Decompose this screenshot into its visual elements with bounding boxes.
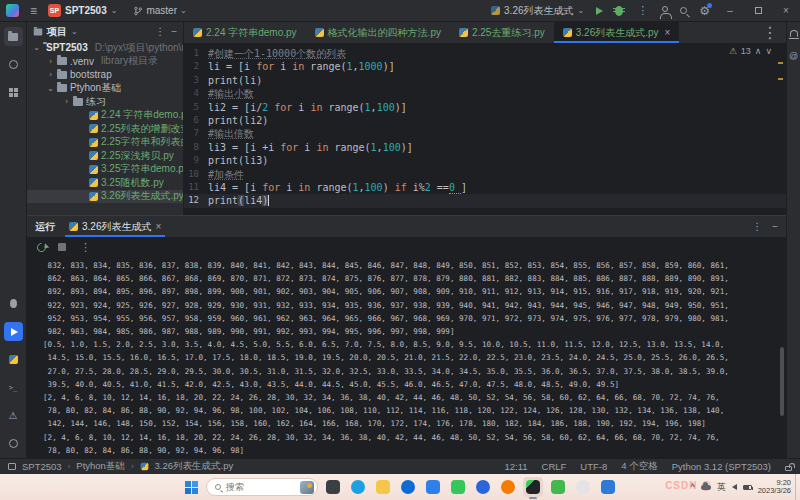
taskbar-edge-browser-icon[interactable] — [398, 477, 418, 497]
battery-icon[interactable] — [743, 485, 752, 490]
taskbar-app-blue-l-icon[interactable] — [473, 477, 493, 497]
console-line[interactable]: 832, 833, 834, 835, 836, 837, 838, 839, … — [43, 259, 786, 272]
code-line[interactable]: 10#加条件 — [184, 168, 786, 181]
tree-item[interactable]: 3.25字符串demo.py — [27, 163, 183, 177]
tree-item[interactable]: 2.25深浅拷贝.py — [27, 149, 183, 163]
run-button[interactable] — [596, 7, 603, 15]
main-menu-icon[interactable]: ≡ — [27, 6, 40, 16]
volume-icon[interactable] — [732, 484, 737, 490]
settings-gear-icon[interactable]: ⚙ — [699, 4, 710, 18]
console-line[interactable]: [2, 4, 6, 8, 10, 12, 14, 16, 18, 20, 22,… — [43, 391, 786, 404]
tree-item[interactable]: 2.25列表的增删改查.py — [27, 122, 183, 136]
inspections-widget[interactable]: ⚠ 13 ∧ ∨ — [729, 46, 772, 56]
services-tool-button[interactable] — [4, 434, 23, 453]
code-line[interactable]: 8li3 = [i +i for i in range(1,100)] — [184, 141, 786, 154]
code-with-me-icon[interactable] — [662, 6, 668, 12]
more-actions-icon[interactable]: ⋮ — [635, 4, 650, 17]
project-panel-header[interactable]: 项目 ⌄ ⋮ − — [27, 22, 183, 41]
debug-button[interactable] — [615, 6, 623, 16]
tree-item[interactable]: ›bootstrap — [27, 68, 183, 82]
code-line[interactable]: 3print(li) — [184, 74, 786, 87]
notifications-bell-icon[interactable] — [790, 30, 798, 37]
onedrive-cloud-icon[interactable] — [701, 485, 711, 490]
taskbar-app-blue-square-icon[interactable] — [598, 477, 618, 497]
console-line[interactable]: 27.0, 27.5, 28.0, 28.5, 29.0, 29.5, 30.0… — [43, 365, 786, 378]
debug-tool-button[interactable] — [4, 294, 23, 313]
taskbar-app-green-icon[interactable] — [548, 477, 568, 497]
console-line[interactable]: 142, 144, 146, 148, 150, 152, 154, 156, … — [43, 417, 786, 430]
git-branch-widget[interactable]: master ⌄ — [133, 5, 186, 16]
code-line[interactable]: 7#输出倍数 — [184, 127, 786, 140]
tray-expand-icon[interactable]: ^ — [690, 482, 694, 492]
run-tab[interactable]: 3.26列表生成式 × — [65, 216, 165, 237]
python-console-tool-button[interactable] — [4, 350, 23, 369]
project-tool-button[interactable] — [4, 27, 23, 46]
ai-assistant-icon[interactable]: @ — [789, 51, 798, 61]
taskbar-browser-teal-icon[interactable] — [348, 477, 368, 497]
console-line[interactable]: 14.5, 15.0, 15.5, 16.0, 16.5, 17.0, 17.5… — [43, 351, 786, 364]
code-line[interactable]: 1#创建一个1-10000个数的列表 — [184, 47, 786, 60]
problems-tool-button[interactable]: ⚠ — [4, 406, 23, 425]
python-interpreter[interactable]: Python 3.12 (SPT2503) — [672, 461, 771, 472]
more-actions-icon[interactable]: ⋮ — [155, 26, 165, 37]
code-line[interactable]: 4#输出小数 — [184, 87, 786, 100]
code-line[interactable]: 11li4 = [i for i in range(1,100) if i%2 … — [184, 181, 786, 194]
more-actions-icon[interactable]: ⋮ — [78, 241, 93, 254]
console-scrollbar[interactable] — [780, 347, 784, 415]
console-line[interactable]: 78, 80, 82, 84, 86, 88, 90, 92, 94, 96, … — [43, 444, 786, 457]
code-line[interactable]: 9print(li3) — [184, 154, 786, 167]
code-line[interactable]: 6print(li2) — [184, 114, 786, 127]
rerun-icon[interactable] — [35, 241, 48, 254]
editor-tab[interactable]: 2.25去重练习.py — [450, 22, 554, 43]
prev-problem-icon[interactable]: ∧ — [755, 46, 762, 56]
console-line[interactable]: 922, 923, 924, 925, 926, 927, 928, 929, … — [43, 299, 786, 312]
line-ending[interactable]: CRLF — [542, 461, 567, 472]
taskbar-clock[interactable]: 9:20 2023/3/26 — [758, 479, 791, 496]
hide-panel-icon[interactable]: − — [171, 26, 177, 37]
start-button[interactable] — [182, 477, 201, 497]
taskbar-search[interactable]: 搜索 — [206, 478, 318, 496]
lock-icon[interactable] — [785, 466, 792, 471]
code-line[interactable]: 2li = [i for i in range(1,1000)] — [184, 60, 786, 73]
console-line[interactable]: 982, 983, 984, 985, 986, 987, 988, 989, … — [43, 325, 786, 338]
weather-widget-icon[interactable] — [300, 481, 314, 494]
ime-indicator[interactable]: 英 — [717, 481, 726, 494]
taskbar-firefox-icon[interactable] — [498, 477, 518, 497]
console-line[interactable]: 78, 80, 82, 84, 86, 88, 90, 92, 94, 96, … — [43, 404, 786, 417]
breadcrumb-project[interactable]: SPT2503 — [22, 461, 62, 472]
taskbar-file-explorer-icon[interactable] — [373, 477, 393, 497]
tree-item[interactable]: 2.25字符串和列表的转换.py — [27, 136, 183, 150]
console-line[interactable]: 892, 893, 894, 895, 896, 897, 898, 899, … — [43, 285, 786, 298]
close-icon[interactable]: × — [155, 221, 161, 232]
close-icon[interactable]: × — [665, 27, 671, 38]
console-line[interactable]: [0.5, 1.0, 1.5, 2.0, 2.5, 3.0, 3.5, 4.0,… — [43, 338, 786, 351]
code-line[interactable]: 5li2 = [i/2 for i in range(1,100)] — [184, 101, 786, 114]
taskbar-wechat-icon[interactable] — [448, 477, 468, 497]
error-stripe-mark[interactable] — [778, 78, 783, 80]
code-line[interactable]: 12print(li4) — [184, 194, 786, 207]
chevron-icon[interactable]: ⌄ — [33, 43, 40, 52]
taskbar-pycharm-icon[interactable] — [523, 477, 543, 497]
stop-icon[interactable] — [58, 243, 66, 251]
error-stripe-mark[interactable] — [778, 62, 783, 64]
tree-item[interactable]: ›.venvlibrary根目录 — [27, 55, 183, 69]
commit-tool-button[interactable] — [4, 55, 23, 74]
structure-tool-button[interactable] — [4, 83, 23, 102]
chevron-icon[interactable]: ⌄ — [47, 84, 54, 93]
tree-item[interactable]: ⌄SPT2503D:\pyx\项目\python\myflask — [27, 41, 183, 55]
minimize-button[interactable]: – — [722, 5, 738, 16]
chevron-icon[interactable]: › — [47, 57, 54, 66]
indent-setting[interactable]: 4 个空格 — [621, 460, 657, 473]
search-everywhere-icon[interactable] — [680, 7, 687, 14]
next-problem-icon[interactable]: ∨ — [765, 46, 772, 56]
file-encoding[interactable]: UTF-8 — [580, 461, 607, 472]
console-line[interactable]: 862, 863, 864, 865, 866, 867, 868, 869, … — [43, 272, 786, 285]
tree-item[interactable]: 2.24 字符串demo.py — [27, 109, 183, 123]
tab-options-icon[interactable]: ⋮ — [762, 23, 778, 42]
breadcrumb-folder[interactable]: Ptyhon基础 — [76, 460, 125, 473]
breadcrumb-file[interactable]: 3.26列表生成式.py — [155, 460, 234, 473]
editor-tab[interactable]: 格式化输出的四种方法.py — [306, 22, 450, 43]
console-line[interactable]: 39.5, 40.0, 40.5, 41.0, 41.5, 42.0, 42.5… — [43, 378, 786, 391]
console-line[interactable]: [2, 4, 6, 8, 10, 12, 14, 16, 18, 20, 22,… — [43, 431, 786, 444]
tree-item[interactable]: ›练习 — [27, 95, 183, 109]
